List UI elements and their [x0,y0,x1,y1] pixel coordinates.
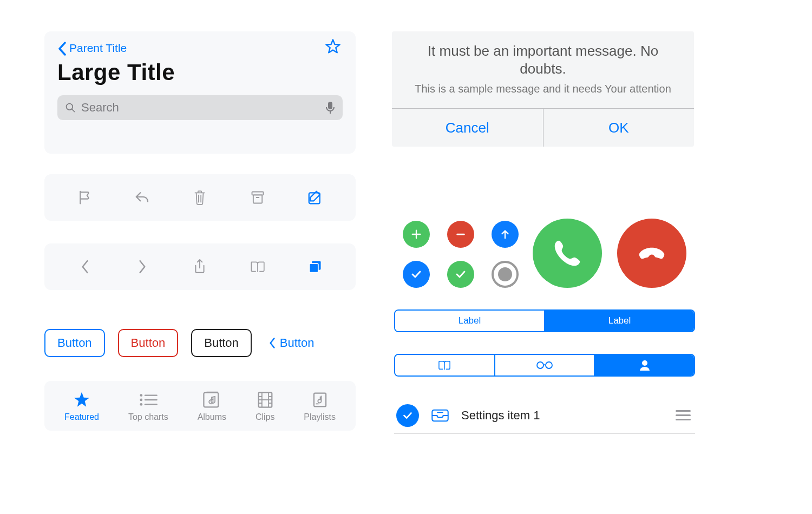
segment-label-b[interactable]: Label [544,311,694,331]
primary-button[interactable]: Button [44,329,105,357]
alert-title: It must be an important message. No doub… [404,42,682,77]
back-button[interactable]: Parent Title [57,41,343,55]
segment-glasses[interactable] [494,355,594,375]
chevron-left-icon [57,42,67,56]
tab-playlists[interactable]: Playlists [304,391,336,422]
star-filled-icon [73,391,91,409]
list-icon [139,391,158,409]
tab-label: Featured [64,412,99,422]
tab-label: Playlists [304,412,336,422]
svg-rect-5 [253,195,261,203]
check-blue-button[interactable] [403,261,430,288]
person-icon [638,359,651,371]
alert-cancel-button[interactable]: Cancel [392,109,543,147]
upload-button[interactable] [492,221,519,248]
reader-button[interactable] [250,259,266,275]
favorite-button[interactable] [324,38,342,55]
minus-icon [455,228,467,240]
segment-book[interactable] [395,355,494,375]
toolbar-row-2 [44,243,356,290]
arrow-up-icon [499,228,511,240]
svg-point-11 [140,399,142,401]
row-checkbox[interactable] [396,404,419,427]
radio-button[interactable] [492,261,519,288]
tab-label: Top charts [128,412,168,422]
reply-icon [134,189,150,206]
microphone-icon[interactable] [325,101,335,114]
search-field[interactable] [57,95,343,120]
svg-point-29 [546,362,552,368]
flag-button[interactable] [77,189,93,206]
tab-featured[interactable]: Featured [64,391,99,422]
tab-bar: Featured Top charts Albums Clips Playlis… [44,381,356,431]
page-title: Large Title [57,60,343,85]
call-decline-button[interactable] [617,219,686,288]
book-icon [250,259,266,274]
alert-ok-button[interactable]: OK [543,109,695,147]
book-icon [437,359,451,371]
tab-clips[interactable]: Clips [256,391,275,422]
trash-button[interactable] [192,189,208,206]
search-input[interactable] [81,101,320,115]
check-icon [454,268,467,281]
phone-icon [551,236,584,270]
check-icon [410,268,423,281]
reply-button[interactable] [134,189,150,206]
trash-icon [193,189,207,206]
phone-down-icon [635,236,669,270]
segment-person[interactable] [594,355,694,375]
glasses-icon [535,360,554,370]
link-button-label: Button [280,336,315,350]
chevron-left-icon [268,337,277,349]
albums-icon [202,391,221,409]
row-icon [431,407,449,424]
svg-rect-2 [328,102,332,109]
call-accept-button[interactable] [533,219,602,288]
add-button[interactable] [403,221,430,248]
svg-line-1 [72,109,75,112]
tabs-button[interactable] [307,259,323,275]
handle-line [676,410,691,412]
link-button[interactable]: Button [265,329,318,357]
remove-button[interactable] [447,221,474,248]
toolbar-row-1 [44,174,356,221]
tab-label: Clips [256,412,275,422]
svg-rect-9 [309,263,318,272]
destructive-button[interactable]: Button [118,329,179,357]
reorder-handle[interactable] [676,407,691,423]
plus-icon [410,228,422,240]
tab-top-charts[interactable]: Top charts [128,391,168,422]
check-icon [402,410,414,421]
film-icon [257,391,273,409]
archive-button[interactable] [250,189,266,206]
archive-icon [250,189,265,206]
segmented-control-labels: Label Label [394,309,695,332]
tabs-icon [307,259,323,274]
svg-point-12 [140,403,142,406]
svg-point-30 [642,360,647,366]
share-icon [193,258,207,275]
alert-subtitle: This is a sample message and it needs Yo… [404,82,682,96]
check-green-button[interactable] [447,261,474,288]
nav-back-button[interactable] [77,259,93,275]
svg-point-28 [537,362,543,368]
neutral-button[interactable]: Button [191,329,252,357]
chevron-left-icon [79,259,91,274]
playlist-icon [312,391,328,409]
compose-button[interactable] [307,189,323,206]
radio-inner-icon [498,267,512,281]
flag-icon [77,189,93,206]
share-button[interactable] [192,259,208,275]
button-row: Button Button Button Button [44,329,356,357]
svg-point-10 [140,394,142,397]
navigation-header: Parent Title Large Title [44,31,356,154]
alert-dialog: It must be an important message. No doub… [392,31,694,147]
tab-albums[interactable]: Albums [198,391,226,422]
segmented-control-icons [394,354,695,377]
svg-rect-17 [207,391,219,393]
chevron-right-icon [136,259,148,274]
settings-list-row[interactable]: Settings item 1 [394,397,695,434]
nav-forward-button[interactable] [134,259,150,275]
segment-label-a[interactable]: Label [395,311,544,331]
handle-line [676,414,691,416]
